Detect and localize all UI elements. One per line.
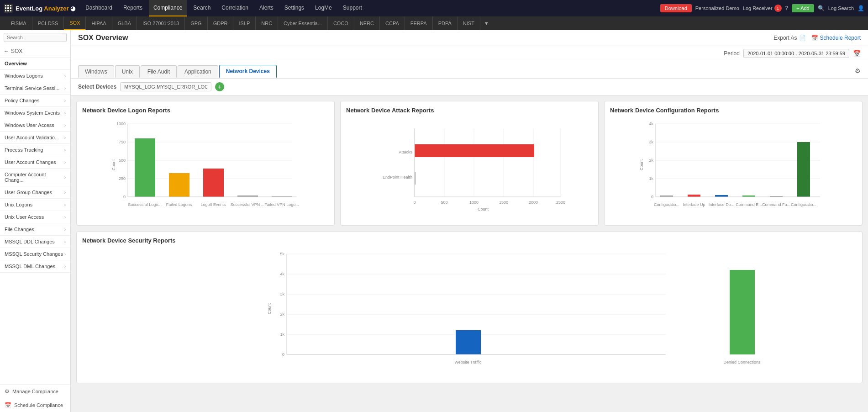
chevron-right-icon: ›: [64, 160, 66, 165]
sidebar-item-mssql-ddl[interactable]: MSSQL DDL Changes ›: [0, 236, 70, 248]
sidebar-item-windows-user-access[interactable]: Windows User Access ›: [0, 119, 70, 132]
top-navigation: EventLog Analyzer ◕ Dashboard Reports Co…: [0, 0, 868, 16]
bar-interface-down[interactable]: [715, 195, 728, 197]
nav-settings[interactable]: Settings: [280, 0, 309, 16]
log-search-button[interactable]: Log Search: [828, 5, 854, 11]
bar-logoff-events[interactable]: [203, 169, 224, 197]
schedule-report-button[interactable]: 📅 Schedule Report: [811, 35, 861, 41]
export-as-button[interactable]: Export As 📄: [773, 35, 805, 41]
svg-text:3k: 3k: [280, 292, 284, 296]
sidebar-item-user-account-changes[interactable]: User Account Changes ›: [0, 156, 70, 169]
comp-tab-ccpa[interactable]: CCPA: [380, 16, 405, 30]
comp-tab-nrc[interactable]: NRC: [256, 16, 278, 30]
sidebar-item-unix-user-access[interactable]: Unix User Access ›: [0, 211, 70, 223]
tab-windows[interactable]: Windows: [78, 65, 114, 78]
calendar-picker-icon[interactable]: 📅: [853, 50, 861, 57]
search-nav-icon[interactable]: 🔍: [818, 5, 825, 11]
svg-text:2500: 2500: [556, 200, 565, 205]
comp-tab-pdpa[interactable]: PDPA: [433, 16, 458, 30]
comp-tab-sox[interactable]: SOX: [64, 16, 86, 30]
device-input[interactable]: [120, 82, 211, 91]
sidebar-item-mssql-dml[interactable]: MSSQL DML Changes ›: [0, 260, 70, 273]
comp-tab-hipaa[interactable]: HIPAA: [86, 16, 112, 30]
personalized-demo-button[interactable]: Personalized Demo: [695, 5, 739, 11]
sidebar-back-button[interactable]: ← SOX: [0, 45, 70, 58]
comp-tab-glba[interactable]: GLBA: [112, 16, 137, 30]
sidebar-item-policy-changes[interactable]: Policy Changes ›: [0, 95, 70, 107]
bar-denied-connections[interactable]: [730, 270, 755, 354]
bar-successful-logons[interactable]: [135, 138, 155, 197]
bar-attacks[interactable]: [415, 144, 534, 157]
comp-tab-fisma[interactable]: FISMA: [5, 16, 32, 30]
chevron-right-icon: ›: [64, 135, 66, 140]
download-button[interactable]: Download: [660, 4, 692, 12]
sidebar-item-terminal-service[interactable]: Terminal Service Sessi... ›: [0, 82, 70, 95]
question-icon[interactable]: ?: [785, 5, 789, 11]
sidebar-item-process-tracking[interactable]: Process Tracking ›: [0, 144, 70, 156]
svg-text:Denied Connections: Denied Connections: [723, 360, 761, 364]
more-tabs-button[interactable]: ▼: [480, 21, 493, 26]
svg-text:0: 0: [282, 352, 284, 357]
svg-text:Count: Count: [267, 303, 272, 315]
sidebar-item-user-account-validation[interactable]: User Account Validatio... ›: [0, 132, 70, 144]
add-device-button[interactable]: +: [215, 82, 224, 91]
period-bar: Period 2020-01-01 00:00:00 - 2020-05-31 …: [71, 46, 868, 61]
comp-tab-pcidss[interactable]: PCI-DSS: [32, 16, 64, 30]
bar-website-traffic[interactable]: [456, 330, 481, 354]
sidebar-item-mssql-security[interactable]: MSSQL Security Changes ›: [0, 248, 70, 260]
svg-text:Count: Count: [639, 159, 644, 171]
page-header: SOX Overview Export As 📄 📅 Schedule Repo…: [71, 30, 868, 46]
nav-search[interactable]: Search: [189, 0, 215, 16]
nav-logme[interactable]: LogMe: [310, 0, 337, 16]
sidebar-item-windows-logons[interactable]: Windows Logons ›: [0, 70, 70, 82]
logon-chart-svg: 0 250 500 750 1000 Count: [82, 119, 329, 215]
comp-tab-iso[interactable]: ISO 27001:2013: [137, 16, 185, 30]
settings-gear-icon[interactable]: ⚙: [855, 67, 861, 74]
add-button[interactable]: + Add: [792, 4, 814, 12]
comp-tab-cyber[interactable]: Cyber Essentia...: [278, 16, 328, 30]
svg-text:Command Fa...: Command Fa...: [762, 202, 790, 207]
export-icon: 📄: [799, 35, 806, 41]
bar-config2[interactable]: [797, 142, 810, 197]
comp-tab-gpg[interactable]: GPG: [185, 16, 207, 30]
comp-tab-nist[interactable]: NIST: [458, 16, 480, 30]
nav-reports[interactable]: Reports: [119, 0, 147, 16]
tab-application[interactable]: Application: [178, 65, 218, 78]
sidebar-item-overview[interactable]: Overview: [0, 58, 70, 70]
nav-correlation[interactable]: Correlation: [217, 0, 253, 16]
log-receiver-button[interactable]: Log Receiver 1: [743, 5, 782, 12]
comp-tab-nerc[interactable]: NERC: [354, 16, 380, 30]
tab-file-audit[interactable]: File Audit: [141, 65, 177, 78]
comp-tab-islp[interactable]: ISLP: [233, 16, 256, 30]
logon-reports-chart: Network Device Logon Reports 0 250: [76, 101, 335, 226]
comp-tab-gdpr[interactable]: GDPR: [208, 16, 234, 30]
nav-compliance[interactable]: Compliance: [149, 0, 187, 16]
svg-text:750: 750: [119, 140, 126, 144]
svg-text:Command E...: Command E...: [736, 202, 762, 207]
select-devices-bar: Select Devices +: [71, 79, 868, 95]
svg-text:1k: 1k: [649, 176, 653, 181]
nav-dashboard[interactable]: Dashboard: [81, 0, 117, 16]
device-tabs-bar: Windows Unix File Audit Application Netw…: [71, 61, 868, 79]
tab-network-devices[interactable]: Network Devices: [219, 65, 277, 78]
charts-area: Network Device Logon Reports 0 250: [71, 95, 868, 389]
user-icon[interactable]: 👤: [857, 5, 864, 11]
chevron-right-icon: ›: [64, 111, 66, 116]
sidebar-item-unix-logons[interactable]: Unix Logons ›: [0, 199, 70, 211]
tab-unix[interactable]: Unix: [115, 65, 140, 78]
sidebar-item-user-group-changes[interactable]: User Group Changes ›: [0, 186, 70, 199]
bar-interface-up[interactable]: [688, 195, 700, 197]
bar-failed-logons[interactable]: [169, 173, 189, 197]
schedule-compliance-button[interactable]: 📅 Schedule Compliance: [0, 398, 70, 412]
comp-tab-ferpa[interactable]: FERPA: [405, 16, 433, 30]
nav-support[interactable]: Support: [338, 0, 367, 16]
sidebar-item-file-changes[interactable]: File Changes ›: [0, 223, 70, 236]
manage-compliance-button[interactable]: ⚙ Manage Compliance: [0, 385, 70, 398]
sidebar-item-windows-system-events[interactable]: Windows System Events ›: [0, 107, 70, 119]
search-input[interactable]: [4, 33, 67, 42]
nav-alerts[interactable]: Alerts: [255, 0, 278, 16]
svg-text:Configuratio...: Configuratio...: [654, 202, 679, 207]
svg-text:Interface Up: Interface Up: [683, 202, 705, 207]
comp-tab-coco[interactable]: COCO: [328, 16, 354, 30]
sidebar-item-computer-account-changes[interactable]: Computer Account Chang... ›: [0, 169, 70, 186]
